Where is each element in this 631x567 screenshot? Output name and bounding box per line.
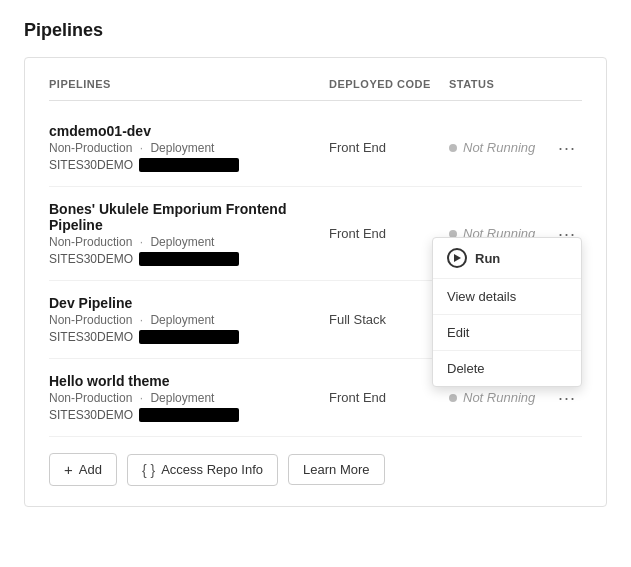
page-container: Pipelines PIPELINES DEPLOYED CODE STATUS…	[0, 0, 631, 527]
table-header: PIPELINES DEPLOYED CODE STATUS	[49, 78, 582, 101]
pipeline-name: cmdemo01-dev	[49, 123, 329, 139]
pipeline-name: Hello world theme	[49, 373, 329, 389]
learn-more-button[interactable]: Learn More	[288, 454, 384, 485]
access-repo-button[interactable]: { } Access Repo Info	[127, 454, 278, 486]
delete-label: Delete	[447, 361, 485, 376]
pipeline-deployed: Front End	[329, 226, 449, 241]
header-pipelines: PIPELINES	[49, 78, 329, 90]
more-options-button[interactable]: ···	[552, 387, 582, 409]
separator: ·	[140, 313, 143, 327]
pipeline-category: Deployment	[150, 313, 214, 327]
pipeline-site: SITES30DEMO	[49, 158, 329, 172]
pipeline-category: Deployment	[150, 141, 214, 155]
pipeline-info: Hello world theme Non-Production · Deplo…	[49, 373, 329, 422]
pipeline-name: Bones' Ukulele Emporium Frontend Pipelin…	[49, 201, 329, 233]
site-badge	[139, 330, 239, 344]
learn-more-label: Learn More	[303, 462, 369, 477]
status-dot	[449, 144, 457, 152]
status-dot	[449, 394, 457, 402]
pipeline-meta: Non-Production · Deployment	[49, 141, 329, 155]
site-label: SITES30DEMO	[49, 330, 133, 344]
add-label: Add	[79, 462, 102, 477]
pipeline-deployed: Full Stack	[329, 312, 449, 327]
table-row: cmdemo01-dev Non-Production · Deployment…	[49, 109, 582, 187]
pipeline-meta: Non-Production · Deployment	[49, 313, 329, 327]
edit-label: Edit	[447, 325, 469, 340]
pipeline-type: Non-Production	[49, 235, 132, 249]
add-button[interactable]: + Add	[49, 453, 117, 486]
pipeline-info: Bones' Ukulele Emporium Frontend Pipelin…	[49, 201, 329, 266]
pipeline-type: Non-Production	[49, 313, 132, 327]
plus-icon: +	[64, 461, 73, 478]
run-icon	[447, 248, 467, 268]
separator: ·	[140, 235, 143, 249]
pipeline-site: SITES30DEMO	[49, 408, 329, 422]
run-label: Run	[475, 251, 500, 266]
pipeline-type: Non-Production	[49, 141, 132, 155]
separator: ·	[140, 141, 143, 155]
site-label: SITES30DEMO	[49, 158, 133, 172]
site-badge	[139, 158, 239, 172]
pipeline-status: Not Running	[449, 140, 552, 155]
context-menu: Run View details Edit Delete	[432, 237, 582, 387]
delete-menu-item[interactable]: Delete	[433, 351, 581, 386]
access-repo-label: Access Repo Info	[161, 462, 263, 477]
pipeline-deployed: Front End	[329, 140, 449, 155]
site-label: SITES30DEMO	[49, 408, 133, 422]
pipeline-site: SITES30DEMO	[49, 330, 329, 344]
pipeline-meta: Non-Production · Deployment	[49, 391, 329, 405]
pipelines-card: PIPELINES DEPLOYED CODE STATUS cmdemo01-…	[24, 57, 607, 507]
view-details-menu-item[interactable]: View details	[433, 279, 581, 315]
pipeline-meta: Non-Production · Deployment	[49, 235, 329, 249]
pipeline-status: Not Running	[449, 390, 552, 405]
more-options-button[interactable]: ···	[552, 137, 582, 159]
site-badge	[139, 408, 239, 422]
view-details-label: View details	[447, 289, 516, 304]
header-deployed: DEPLOYED CODE	[329, 78, 449, 90]
page-title: Pipelines	[24, 20, 607, 41]
pipeline-name: Dev Pipeline	[49, 295, 329, 311]
play-triangle	[454, 254, 461, 262]
pipeline-deployed: Front End	[329, 390, 449, 405]
pipeline-type: Non-Production	[49, 391, 132, 405]
site-badge	[139, 252, 239, 266]
footer-actions: + Add { } Access Repo Info Learn More	[49, 453, 582, 486]
separator: ·	[140, 391, 143, 405]
status-text: Not Running	[463, 390, 535, 405]
pipeline-info: Dev Pipeline Non-Production · Deployment…	[49, 295, 329, 344]
pipeline-category: Deployment	[150, 391, 214, 405]
run-menu-item[interactable]: Run	[433, 238, 581, 279]
status-text: Not Running	[463, 140, 535, 155]
table-row: Bones' Ukulele Emporium Frontend Pipelin…	[49, 187, 582, 281]
pipeline-info: cmdemo01-dev Non-Production · Deployment…	[49, 123, 329, 172]
site-label: SITES30DEMO	[49, 252, 133, 266]
pipeline-category: Deployment	[150, 235, 214, 249]
braces-icon: { }	[142, 462, 155, 478]
pipeline-site: SITES30DEMO	[49, 252, 329, 266]
header-status: STATUS	[449, 78, 582, 90]
edit-menu-item[interactable]: Edit	[433, 315, 581, 351]
